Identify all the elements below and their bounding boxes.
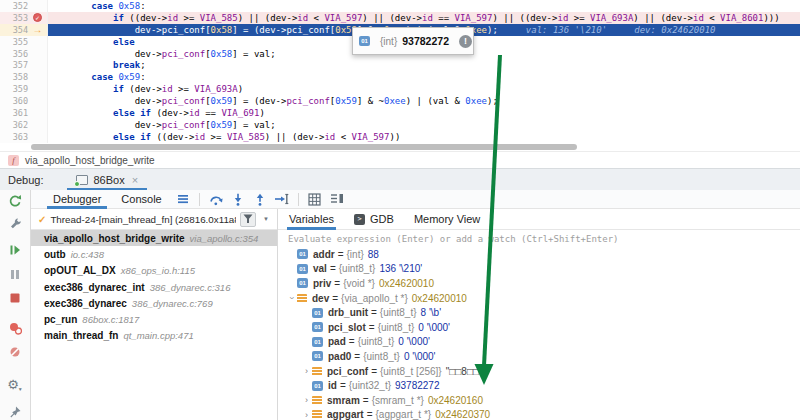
frame-row[interactable]: exec386_dynarec_int386_dynarec.c:316 <box>31 279 277 295</box>
gutter-cell[interactable]: 357 <box>0 60 48 72</box>
tab-debugger[interactable]: Debugger <box>43 190 111 209</box>
code-line[interactable]: 362 dev->pci_conf[0x59] = val; <box>0 119 800 131</box>
variable-row[interactable]: 01addr={int}88 <box>278 247 800 262</box>
expand-chevron-icon[interactable]: › <box>287 293 297 304</box>
code-editor[interactable]: 352 case 0x58:353✓ if ((dev->id >= VIA_5… <box>0 0 800 143</box>
code-token: id <box>162 84 173 94</box>
code-line-text[interactable]: dev->pci_conf[0x59] = (dev->pci_conf[0x5… <box>48 95 800 107</box>
code-line-text[interactable]: break; <box>48 60 800 72</box>
gutter-cell[interactable]: 352 <box>0 0 48 12</box>
code-token: pci_conf <box>162 120 205 130</box>
resume-button[interactable] <box>7 242 23 258</box>
primitive-type-icon: 01 <box>312 351 323 361</box>
tab-console[interactable]: Console <box>111 190 171 209</box>
variable-type: {uint8_t [256]} <box>380 366 442 377</box>
variable-row[interactable]: ›dev={via_apollo_t *}0x24620010 <box>278 291 800 306</box>
view-breakpoints-button[interactable] <box>7 320 23 336</box>
code-token: case <box>91 72 118 82</box>
step-into-button[interactable] <box>230 191 246 207</box>
pause-button[interactable] <box>7 266 23 282</box>
step-out-button[interactable] <box>252 191 268 207</box>
gutter-cell[interactable]: 358 <box>0 71 48 83</box>
variable-row[interactable]: 01pci_slot={uint8_t}0 '\000' <box>278 320 800 335</box>
primitive-type-icon: 01 <box>312 337 323 347</box>
line-number: 357 <box>0 60 28 70</box>
code-line[interactable]: 360 dev->pci_conf[0x59] = (dev->pci_conf… <box>0 95 800 107</box>
stop-button[interactable] <box>7 290 23 306</box>
code-line-text[interactable]: else if (dev->id == VIA_691) <box>48 107 800 119</box>
frame-row[interactable]: exec386_dynarec386_dynarec.c:769 <box>31 295 277 311</box>
step-over-button[interactable] <box>208 191 224 207</box>
breakpoint-icon[interactable]: ✓ <box>33 13 42 22</box>
gutter-cell[interactable]: 353✓ <box>0 12 48 24</box>
expand-chevron-icon[interactable]: › <box>301 395 312 405</box>
code-token: ))) <box>763 13 779 23</box>
variable-value: 0 '\000' <box>404 351 436 362</box>
code-line-text[interactable]: if ((dev->id >= VIA_585) || (dev->id < V… <box>48 12 800 24</box>
tab-variables[interactable]: Variables <box>289 209 334 230</box>
variable-type: {void *} <box>343 278 375 289</box>
variable-row[interactable]: 01val={uint8_t}136 '\210' <box>278 262 800 277</box>
horizontal-scrollbar-thumb[interactable] <box>31 144 577 150</box>
gutter-cell[interactable]: 359 <box>0 83 48 95</box>
rerun-debug-button[interactable] <box>7 193 23 209</box>
code-line-text[interactable]: dev->pci_conf[0x59] = val; <box>48 119 800 131</box>
close-icon[interactable]: × <box>132 174 138 186</box>
thread-dropdown-arrow-icon[interactable]: ▼ <box>260 216 272 222</box>
frame-row[interactable]: outbio.c:438 <box>31 246 277 262</box>
thread-selector[interactable]: ✓ Thread-24-[main_thread_fn] (26816.0x11… <box>31 209 277 230</box>
variable-row[interactable]: 01id={uint32_t}93782272 <box>278 378 800 393</box>
gutter-cell[interactable]: 362 <box>0 119 48 131</box>
breadcrumb[interactable]: f via_apollo_host_bridge_write <box>0 151 800 168</box>
code-token: >= <box>173 84 195 94</box>
run-to-cursor-button[interactable] <box>274 191 290 207</box>
gutter-cell[interactable]: 363 <box>0 131 48 143</box>
gutter-cell[interactable]: 361 <box>0 107 48 119</box>
frame-row[interactable]: main_thread_fnqt_main.cpp:471 <box>31 328 277 344</box>
gutter-cell[interactable]: 360 <box>0 95 48 107</box>
variable-row[interactable]: 01pad0={uint8_t}0 '\000' <box>278 349 800 364</box>
gutter-cell[interactable]: 354→ <box>0 24 48 36</box>
variable-row[interactable]: ›smram={smram_t *}0x24620160 <box>278 393 800 408</box>
frame-row[interactable]: pc_run86box.c:1817 <box>31 311 277 327</box>
code-line[interactable]: 352 case 0x58: <box>0 0 800 12</box>
code-line[interactable]: 361 else if (dev->id == VIA_691) <box>0 107 800 119</box>
code-line[interactable]: 353✓ if ((dev->id >= VIA_585) || (dev->i… <box>0 12 800 24</box>
debugger-settings-wrench-button[interactable] <box>7 215 23 231</box>
settings-gear-button[interactable]: ⚙▼ <box>7 376 23 392</box>
mute-breakpoints-button[interactable] <box>7 344 23 360</box>
evaluate-expression-input[interactable]: Evaluate expression (Enter) or add a wat… <box>278 230 800 247</box>
variable-name: drb_unit <box>328 307 368 318</box>
code-line[interactable]: 358 case 0x59: <box>0 71 800 83</box>
frame-row[interactable]: opOUT_AL_DXx86_ops_io.h:115 <box>31 263 277 279</box>
code-line-text[interactable]: case 0x59: <box>48 71 800 83</box>
variable-row[interactable]: ›agpgart={agpgart_t *}0x24620370 <box>278 408 800 420</box>
info-icon[interactable]: ! <box>459 35 472 48</box>
code-token: ); <box>487 25 498 35</box>
code-line-text[interactable]: else if ((dev->id >= VIA_585) || (dev->i… <box>48 131 800 143</box>
code-line-text[interactable]: case 0x58: <box>48 0 800 12</box>
frame-row[interactable]: via_apollo_host_bridge_writevia_apollo.c… <box>31 230 277 246</box>
code-line[interactable]: 359 if (dev->id >= VIA_693A) <box>0 83 800 95</box>
variable-row[interactable]: 01priv={void *}0x24620010 <box>278 276 800 291</box>
debug-session-tab[interactable]: 86Box × <box>67 169 147 191</box>
gutter-cell[interactable]: 355 <box>0 36 48 48</box>
view-options-icon[interactable] <box>175 191 191 207</box>
variable-row[interactable]: 01drb_unit={uint8_t}8 '\b' <box>278 305 800 320</box>
gutter-cell[interactable]: 356 <box>0 48 48 60</box>
evaluate-expression-button[interactable] <box>307 191 323 207</box>
variable-row[interactable]: ›pci_conf={uint8_t [256]}"□□8□□" <box>278 364 800 379</box>
frames-filter-button[interactable] <box>240 212 256 227</box>
expand-chevron-icon[interactable]: › <box>301 410 312 420</box>
code-line[interactable]: 363 else if ((dev->id >= VIA_585) || (de… <box>0 131 800 143</box>
variable-row[interactable]: 01pad={uint8_t}0 '\000' <box>278 335 800 350</box>
tab-gdb[interactable]: > GDB <box>354 209 394 230</box>
expand-chevron-icon[interactable]: › <box>301 366 312 376</box>
tab-memory-view[interactable]: Memory View <box>414 209 480 230</box>
pin-button[interactable] <box>7 404 23 420</box>
code-line-text[interactable]: if (dev->id >= VIA_693A) <box>48 83 800 95</box>
debug-window-label: Debug: <box>8 174 43 186</box>
restore-layout-button[interactable] <box>329 191 345 207</box>
variable-value: "□□8□□" <box>446 366 483 377</box>
code-line[interactable]: 357 break; <box>0 60 800 72</box>
